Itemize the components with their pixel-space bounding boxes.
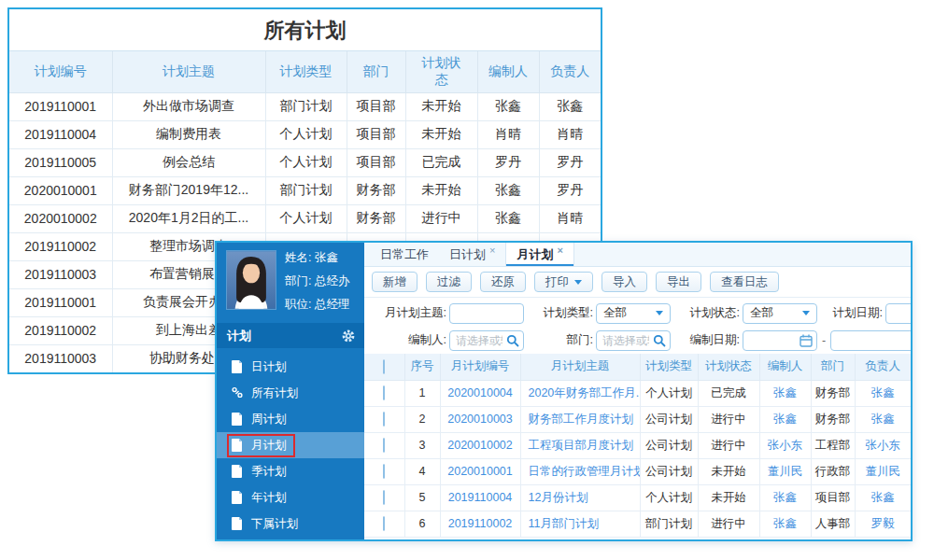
tab-daily-work[interactable]: 日常工作 bbox=[370, 243, 439, 266]
col-type: 计划类型 bbox=[265, 51, 347, 92]
cell-plan-no-link[interactable]: 2020010002 bbox=[440, 432, 520, 458]
row-select bbox=[364, 484, 404, 511]
cell-plan-no-link[interactable]: 2019110004 bbox=[440, 484, 520, 511]
export-button[interactable]: 导出 bbox=[656, 272, 701, 292]
gear-icon[interactable] bbox=[342, 329, 355, 343]
cell-plan-no: 2019110001 bbox=[9, 92, 112, 120]
cell-plan-no: 2019110005 bbox=[9, 148, 112, 176]
button-label: 查看日志 bbox=[721, 274, 768, 290]
cell-owner-link[interactable]: 张鑫 bbox=[855, 380, 911, 406]
search-icon[interactable] bbox=[653, 334, 666, 347]
button-label: 还原 bbox=[491, 274, 515, 290]
filter-button[interactable]: 过滤 bbox=[426, 272, 472, 292]
sidebar-item-daily-plan[interactable]: 日计划 bbox=[217, 354, 364, 380]
sidebar-item-weekly-plan[interactable]: 周计划 bbox=[217, 406, 364, 432]
cell-subject-link[interactable]: 工程项目部月度计划 bbox=[520, 432, 640, 458]
cell-creator-link[interactable]: 张小东 bbox=[759, 432, 811, 458]
col-subject: 月计划主题 bbox=[520, 354, 640, 380]
add-button[interactable]: 新增 bbox=[372, 272, 417, 292]
table-row: 2019110001外出做市场调查部门计划项目部未开始张鑫张鑫 bbox=[9, 92, 601, 120]
table-row: 42020010001日常的行政管理月计划公司计划未开始董川民行政部董川民 bbox=[364, 458, 911, 484]
cell-owner-link[interactable]: 张鑫 bbox=[855, 484, 911, 511]
created-date-filter-label: 编制日期: bbox=[671, 332, 740, 348]
close-icon[interactable]: × bbox=[557, 245, 562, 256]
created-date-to-field bbox=[830, 330, 911, 351]
cell-creator-link[interactable]: 张鑫 bbox=[759, 380, 811, 406]
print-button[interactable]: 打印 bbox=[534, 272, 593, 292]
reset-button[interactable]: 还原 bbox=[480, 272, 526, 292]
name-label: 姓名: bbox=[285, 251, 311, 264]
cell-owner-link[interactable]: 张鑫 bbox=[855, 406, 911, 432]
cell-dept: 财务部 bbox=[811, 380, 855, 406]
cell-dept: 项目部 bbox=[347, 120, 405, 148]
col-plan-no: 月计划编号 bbox=[440, 354, 520, 380]
row-checkbox[interactable] bbox=[383, 412, 385, 427]
cell-status: 进行中 bbox=[698, 511, 759, 537]
row-checkbox[interactable] bbox=[383, 438, 385, 453]
cell-status: 进行中 bbox=[405, 204, 477, 232]
col-subject: 计划主题 bbox=[112, 51, 265, 92]
cell-type: 部门计划 bbox=[265, 92, 347, 120]
close-icon[interactable]: × bbox=[489, 245, 495, 256]
creator-filter-label: 编制人: bbox=[368, 332, 446, 348]
sidebar-section-plan[interactable]: 计划 bbox=[217, 323, 364, 348]
row-select bbox=[364, 406, 404, 432]
cell-owner-link[interactable]: 罗毅 bbox=[855, 511, 911, 537]
sidebar-item-yearly-plan[interactable]: 年计划 bbox=[217, 484, 364, 511]
sidebar-item-all-plans[interactable]: 所有计划 bbox=[217, 380, 364, 406]
chevron-down-icon bbox=[656, 311, 663, 315]
plan-date-input[interactable] bbox=[886, 304, 911, 323]
row-checkbox[interactable] bbox=[383, 385, 385, 400]
cell-subject-link[interactable]: 12月份计划 bbox=[520, 484, 640, 511]
cell-creator-link[interactable]: 张鑫 bbox=[759, 511, 811, 537]
table-row: 2019110005例会总结个人计划项目部已完成罗丹罗丹 bbox=[9, 148, 601, 176]
table-header-row: 计划编号 计划主题 计划类型 部门 计划状态 编制人 负责人 bbox=[9, 51, 601, 92]
sidebar-item-quarterly-plan[interactable]: 季计划 bbox=[217, 458, 364, 484]
cell-creator-link[interactable]: 董川民 bbox=[759, 458, 811, 484]
cell-subject-link[interactable]: 财务部工作月度计划 bbox=[520, 406, 640, 432]
title-value: 总经理 bbox=[315, 298, 350, 311]
cell-subject-link[interactable]: 2020年财务部工作月... bbox=[520, 380, 640, 406]
row-checkbox[interactable] bbox=[383, 516, 385, 531]
cell-owner: 肖晴 bbox=[539, 204, 601, 232]
view-log-button[interactable]: 查看日志 bbox=[710, 272, 779, 292]
toolbar: 新增 过滤 还原 打印 导入 导出 查看日志 bbox=[364, 267, 911, 298]
tab-daily-plan[interactable]: 日计划× bbox=[439, 243, 505, 266]
sidebar-item-label: 所有计划 bbox=[251, 385, 298, 401]
import-button[interactable]: 导入 bbox=[601, 272, 647, 292]
cell-plan-no-link[interactable]: 2019110002 bbox=[440, 511, 520, 537]
profile-card: 姓名: 张鑫 部门: 总经办 职位: 总经理 bbox=[217, 243, 364, 319]
cell-creator-link[interactable]: 张鑫 bbox=[759, 406, 811, 432]
cell-status: 进行中 bbox=[698, 406, 759, 432]
search-icon[interactable] bbox=[506, 334, 519, 347]
file-icon bbox=[232, 360, 243, 373]
cell-type: 个人计划 bbox=[265, 204, 347, 232]
cell-plan-no-link[interactable]: 2020010003 bbox=[440, 406, 520, 432]
row-checkbox[interactable] bbox=[383, 464, 385, 479]
tab-monthly-plan[interactable]: 月计划× bbox=[505, 243, 573, 266]
cell-plan-no-link[interactable]: 2020010001 bbox=[440, 458, 520, 484]
sidebar-item-label: 年计划 bbox=[251, 490, 287, 506]
cell-owner-link[interactable]: 董川民 bbox=[855, 458, 911, 484]
sidebar-menu: 日计划 所有计划 周计划 月计划 季计划 年计划 下属计划 bbox=[217, 348, 364, 539]
subject-input[interactable] bbox=[450, 304, 523, 323]
plan-date-field bbox=[885, 303, 911, 324]
row-checkbox[interactable] bbox=[383, 490, 385, 505]
type-select[interactable]: 全部 bbox=[596, 303, 671, 324]
status-select[interactable]: 全部 bbox=[743, 303, 817, 324]
table-row: 6201911000211月部门计划部门计划进行中张鑫人事部罗毅 bbox=[364, 511, 911, 537]
cell-plan-no: 2019110002 bbox=[9, 316, 112, 344]
cell-creator: 肖晴 bbox=[477, 120, 539, 148]
select-all-checkbox[interactable] bbox=[383, 359, 385, 374]
cell-creator-link[interactable]: 张鑫 bbox=[759, 484, 811, 511]
filter-row-1: 月计划主题: 计划类型: 全部 计划状态: 全部 计划日期: bbox=[368, 300, 911, 327]
calendar-icon[interactable] bbox=[800, 334, 813, 347]
sidebar-item-monthly-plan[interactable]: 月计划 bbox=[217, 432, 364, 458]
creator-filter-field bbox=[449, 330, 524, 351]
cell-owner-link[interactable]: 张小东 bbox=[855, 432, 911, 458]
cell-subject-link[interactable]: 日常的行政管理月计划 bbox=[520, 458, 640, 484]
sidebar-item-subordinate-plan[interactable]: 下属计划 bbox=[217, 511, 364, 537]
cell-plan-no-link[interactable]: 2020010004 bbox=[440, 380, 520, 406]
cell-subject-link[interactable]: 11月部门计划 bbox=[520, 511, 640, 537]
created-date-to-input[interactable] bbox=[831, 331, 911, 350]
